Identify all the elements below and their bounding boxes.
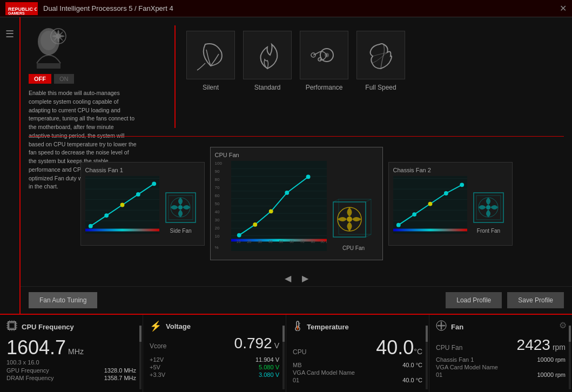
chassis-fan2-graph	[393, 176, 467, 234]
save-profile-button[interactable]: Save Profile	[507, 292, 564, 308]
v5-label: +5V	[150, 364, 160, 370]
status-bar: CPU Frequency 1604.7 MHz 100.3 x 16.0 GP…	[0, 314, 572, 392]
svg-point-26	[178, 205, 183, 209]
svg-point-65	[412, 212, 416, 217]
voltage-label: Voltage	[166, 322, 191, 330]
dram-freq-row: DRAM Frequency 1358.7 MHz	[6, 375, 136, 381]
fan-auto-tuning-button[interactable]: Fan Auto Tuning	[29, 292, 97, 308]
svg-text:50: 50	[279, 240, 283, 244]
gpu-freq-val: 1328.0 MHz	[104, 367, 136, 374]
svg-rect-22	[85, 228, 159, 231]
fan-title: Fan	[436, 320, 566, 334]
cpu-fan-value-group: 2423 rpm	[517, 336, 566, 354]
svg-text:20: 20	[247, 240, 251, 244]
cpu-fan-card[interactable]: CPU Fan 100 90 80 70 60 50 40 30 20 10 %	[210, 147, 383, 260]
chassis-fan1-card[interactable]: Chassis Fan 1	[80, 162, 205, 246]
load-profile-button[interactable]: Load Profile	[446, 292, 502, 308]
cpu-fan-image: CPU Fan	[329, 161, 378, 251]
vcore-val-group: 0.792 V	[234, 335, 279, 352]
chart-nav-prev[interactable]: ◀	[285, 273, 291, 283]
preset-standard-label: Standard	[254, 84, 281, 91]
fan-scrollbar[interactable]	[569, 326, 571, 389]
toggle-off-button[interactable]: OFF	[29, 74, 51, 84]
svg-point-19	[120, 202, 124, 207]
chassis-fan2-label: Front Fan	[477, 228, 500, 234]
fan-scrollbar-thumb	[569, 326, 571, 342]
svg-line-55	[366, 199, 371, 202]
v33-label: +3.3V	[150, 371, 165, 378]
mb-temp-val: 40.0 °C	[402, 362, 422, 368]
svg-point-20	[136, 192, 140, 197]
chart-nav: ◀ ▶	[21, 271, 572, 286]
preset-silent-label: Silent	[203, 84, 219, 91]
gpu-freq-row: GPU Frequency 1328.0 MHz	[6, 367, 136, 374]
svg-point-41	[306, 174, 310, 179]
chassis-fan1-graph	[85, 176, 159, 234]
left-sidebar: ☰	[0, 17, 21, 314]
main-container: ☰	[0, 17, 572, 314]
title-bar: REPUBLIC OF GAMERS Dual Intelligent Proc…	[0, 0, 572, 17]
v12-val: 11.904 V	[255, 356, 279, 363]
svg-text:70: 70	[300, 240, 304, 244]
chassis-fan1-image: Side Fan	[162, 176, 200, 234]
cpu-fan-rpm-unit: rpm	[553, 343, 566, 352]
gear-icon[interactable]: ⚙	[559, 320, 567, 330]
vga01-fan-row: 01 10000 rpm	[436, 371, 566, 378]
cpu-temp-row: CPU 40.0 °C	[293, 336, 422, 359]
chart-nav-next[interactable]: ▶	[302, 273, 308, 283]
v5-row: +5V 5.080 V	[150, 364, 279, 370]
svg-point-67	[443, 191, 448, 195]
close-button[interactable]: ✕	[560, 3, 567, 13]
cpu-fan-inner: 100 90 80 70 60 50 40 30 20 10 %	[215, 161, 378, 251]
svg-text:30: 30	[258, 240, 262, 244]
v5-val: 5.080 V	[259, 364, 279, 370]
cpu-freq-value-row: 1604.7 MHz	[6, 336, 136, 359]
svg-text:60: 60	[290, 240, 294, 244]
cpu-frequency-title: CPU Frequency	[6, 320, 136, 334]
preset-performance-label: Performance	[306, 84, 343, 91]
cpu-freq-unit: MHz	[68, 347, 84, 356]
svg-text:90 100: 90 100	[320, 240, 327, 244]
vga01-temp-label: 01	[293, 377, 299, 383]
sidebar-menu-icon[interactable]: ☰	[5, 28, 14, 40]
cpu-icon	[6, 320, 17, 334]
chassis-fan2-inner: Front Fan	[393, 176, 508, 234]
vga01-temp-val: 40.0 °C	[402, 377, 422, 383]
chassis-fan2-card[interactable]: Chassis Fan 2	[388, 162, 513, 246]
preset-standard[interactable]: Standard	[243, 31, 292, 91]
temperature-label: Temperature	[307, 323, 349, 331]
temp-icon	[293, 320, 302, 334]
svg-text:80: 80	[311, 240, 315, 244]
chassis-fan1-stat-val: 10000 rpm	[537, 356, 566, 363]
preset-full-speed[interactable]: Full Speed	[356, 31, 405, 91]
vcore-row: Vcore 0.792 V	[150, 335, 279, 352]
ai-icon	[29, 25, 77, 69]
cpu-temp-value: 40.0	[376, 336, 414, 359]
chassis-fan1-stat-label: Chassis Fan 1	[436, 356, 474, 363]
voltage-scrollbar[interactable]	[282, 326, 285, 389]
cpu-scrollbar[interactable]	[139, 326, 142, 389]
svg-point-58	[347, 217, 352, 222]
toggle-on-button[interactable]: ON	[54, 74, 74, 84]
vga-temp-model-label: VGA Card Model Name	[293, 369, 355, 376]
dram-freq-label: DRAM Frequency	[6, 375, 53, 381]
preset-full-speed-label: Full Speed	[365, 84, 396, 91]
cpu-frequency-panel: CPU Frequency 1604.7 MHz 100.3 x 16.0 GP…	[0, 315, 143, 392]
preset-performance-icon-box	[300, 31, 348, 79]
temp-scrollbar-thumb	[426, 326, 428, 342]
svg-point-39	[268, 209, 273, 213]
rog-logo: REPUBLIC OF GAMERS	[5, 2, 38, 15]
temp-scrollbar[interactable]	[426, 326, 428, 389]
svg-rect-75	[9, 323, 15, 328]
svg-rect-91	[297, 326, 298, 329]
v12-label: +12V	[150, 356, 164, 363]
preset-performance[interactable]: Performance	[300, 31, 348, 91]
ai-mode-panel: OFF ON Enable this mode will auto-manage…	[29, 25, 164, 128]
cpu-freq-label: CPU Frequency	[22, 323, 74, 331]
cpu-temp-value-group: 40.0 °C	[376, 336, 422, 359]
mb-temp-row: MB 40.0 °C	[293, 362, 422, 368]
voltage-title: ⚡ Voltage	[150, 320, 279, 332]
cpu-freq-value: 1604.7	[6, 336, 66, 359]
preset-silent[interactable]: Silent	[186, 31, 235, 91]
svg-point-17	[88, 224, 92, 228]
